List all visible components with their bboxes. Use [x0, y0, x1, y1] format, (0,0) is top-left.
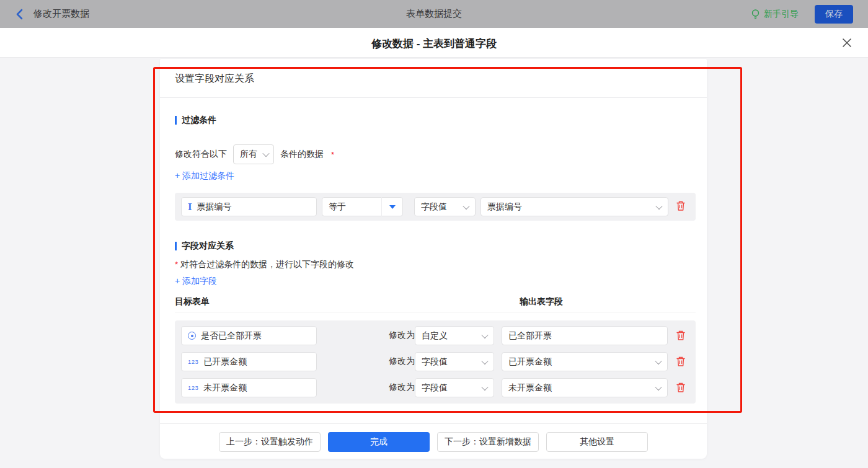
delete-row-button[interactable]: [676, 356, 687, 368]
delete-icon: [676, 356, 686, 367]
delete-icon: [676, 330, 686, 341]
text-field-icon: I: [188, 203, 192, 211]
target-field-input[interactable]: 是否已全部开票: [181, 326, 317, 345]
guide-label: 新手引导: [764, 9, 799, 20]
section-accent-bar: [175, 116, 177, 125]
add-filter-condition-link[interactable]: + 添加过滤条件: [175, 170, 234, 182]
close-button[interactable]: [841, 37, 853, 49]
divider: [381, 197, 382, 216]
mapping-section-heading: 字段对应关系: [175, 241, 234, 252]
delete-condition-button[interactable]: [676, 200, 687, 213]
delete-row-button[interactable]: [676, 382, 687, 394]
match-condition-line: 修改符合以下 所有 条件的数据 *: [175, 144, 334, 164]
condition-field-input[interactable]: I 票据编号: [181, 197, 317, 216]
filter-condition-row: I 票据编号 等于 字段值 票据编号: [175, 193, 696, 221]
panel-title: 设置字段对应关系: [175, 73, 254, 86]
close-icon: [842, 38, 852, 48]
other-settings-button[interactable]: 其他设置: [546, 432, 648, 452]
app-title: 表单数据提交: [0, 8, 868, 20]
chevron-down-icon: [655, 202, 662, 209]
condition-value-type-select[interactable]: 字段值: [414, 197, 476, 216]
dialog-body: 设置字段对应关系 过滤条件 修改符合以下 所有 条件的数据 * + 添加过滤条件…: [0, 58, 868, 468]
delete-row-button[interactable]: [676, 330, 687, 342]
custom-value-input[interactable]: 已全部开票: [502, 326, 668, 345]
mapping-rows-container: 是否已全部开票 修改为 自定义 已全部开票: [175, 320, 696, 404]
divider: [160, 423, 707, 424]
chevron-down-icon: [655, 357, 662, 364]
chevron-down-icon: [463, 202, 469, 209]
prev-step-button[interactable]: 上一步：设置触发动作: [219, 432, 321, 452]
mapping-row: 123 已开票金额 修改为 字段值 已开票金额: [175, 352, 696, 372]
target-field-input[interactable]: 123 已开票金额: [181, 352, 317, 371]
next-step-button[interactable]: 下一步：设置新增数据: [437, 432, 539, 452]
caret-down-icon: [389, 205, 396, 209]
dialog-header: 修改数据 - 主表到普通字段: [0, 28, 868, 58]
number-field-icon: 123: [188, 358, 198, 365]
column-header-output: 输出表字段: [520, 296, 563, 307]
modify-mode-select[interactable]: 字段值: [415, 378, 494, 397]
settings-panel: 设置字段对应关系 过滤条件 修改符合以下 所有 条件的数据 * + 添加过滤条件…: [160, 59, 707, 459]
footer-buttons: 上一步：设置触发动作 完成 下一步：设置新增数据 其他设置: [160, 432, 707, 452]
delete-icon: [676, 382, 686, 393]
guide-link[interactable]: 新手引导: [751, 9, 799, 20]
output-field-select[interactable]: 已开票金额: [502, 352, 668, 371]
modify-mode-select[interactable]: 字段值: [415, 352, 494, 371]
save-button[interactable]: 保存: [815, 5, 853, 24]
match-type-select[interactable]: 所有: [233, 144, 274, 164]
filter-section-heading: 过滤条件: [175, 115, 216, 126]
delete-icon: [676, 200, 686, 211]
done-button[interactable]: 完成: [328, 432, 430, 452]
dialog-title: 修改数据 - 主表到普通字段: [0, 37, 868, 51]
match-suffix: 条件的数据: [280, 149, 324, 160]
mapping-row: 123 未开票金额 修改为 字段值 未开票金额: [175, 378, 696, 398]
top-bar: 修改开票数据 表单数据提交 新手引导 保存: [0, 0, 868, 28]
condition-value-select[interactable]: 票据编号: [480, 197, 668, 216]
output-field-select[interactable]: 未开票金额: [502, 378, 668, 397]
lightbulb-icon: [751, 9, 760, 20]
chevron-down-icon: [655, 383, 662, 390]
mapping-description: *对符合过滤条件的数据，进行以下字段的修改: [175, 259, 354, 270]
match-prefix: 修改符合以下: [175, 149, 227, 160]
add-field-link[interactable]: + 添加字段: [175, 276, 217, 287]
chevron-down-icon: [481, 357, 488, 364]
chevron-down-icon: [481, 383, 488, 390]
divider: [160, 97, 707, 98]
modify-label: 修改为: [389, 382, 415, 393]
column-header-target: 目标表单: [175, 296, 210, 307]
mapping-row: 是否已全部开票 修改为 自定义 已全部开票: [175, 326, 696, 346]
radio-field-icon: [188, 332, 196, 340]
divider: [175, 312, 696, 312]
modify-label: 修改为: [389, 356, 415, 367]
modify-label: 修改为: [389, 330, 415, 341]
chevron-down-icon: [481, 331, 488, 338]
section-accent-bar: [175, 242, 177, 250]
modify-mode-select[interactable]: 自定义: [415, 326, 494, 345]
required-asterisk: *: [175, 260, 178, 269]
chevron-down-icon: [262, 150, 269, 157]
condition-operator-select[interactable]: 等于: [322, 197, 403, 216]
number-field-icon: 123: [188, 384, 198, 391]
required-asterisk: *: [331, 150, 334, 159]
target-field-input[interactable]: 123 未开票金额: [181, 378, 317, 397]
